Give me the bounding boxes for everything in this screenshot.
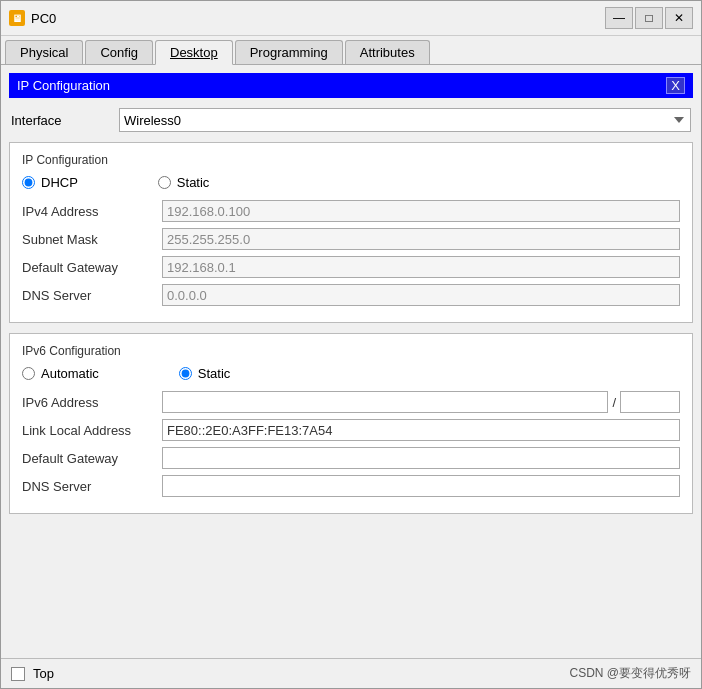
automatic-option[interactable]: Automatic bbox=[22, 366, 99, 381]
ip-config-title: IP Configuration bbox=[17, 78, 110, 93]
subnet-mask-label: Subnet Mask bbox=[22, 232, 162, 247]
subnet-mask-row: Subnet Mask bbox=[22, 228, 680, 250]
ipv4-section-title: IP Configuration bbox=[22, 153, 680, 167]
ip-config-close-button[interactable]: X bbox=[666, 77, 685, 94]
ipv4-address-label: IPv4 Address bbox=[22, 204, 162, 219]
ipv6-static-label: Static bbox=[198, 366, 231, 381]
ipv6-address-label: IPv6 Address bbox=[22, 395, 162, 410]
ipv6-prefix-input[interactable] bbox=[620, 391, 680, 413]
footer-left: Top bbox=[11, 666, 54, 681]
slash-separator: / bbox=[612, 395, 616, 410]
ipv6-static-radio[interactable] bbox=[179, 367, 192, 380]
static-radio[interactable] bbox=[158, 176, 171, 189]
close-button[interactable]: ✕ bbox=[665, 7, 693, 29]
automatic-radio[interactable] bbox=[22, 367, 35, 380]
maximize-button[interactable]: □ bbox=[635, 7, 663, 29]
ipv6-section: IPv6 Configuration Automatic Static IPv6… bbox=[9, 333, 693, 514]
ipv6-dns-input[interactable] bbox=[162, 475, 680, 497]
ipv4-address-row: IPv4 Address bbox=[22, 200, 680, 222]
window-title: PC0 bbox=[31, 11, 605, 26]
tab-bar: Physical Config Desktop Programming Attr… bbox=[1, 36, 701, 65]
tab-physical[interactable]: Physical bbox=[5, 40, 83, 64]
minimize-button[interactable]: — bbox=[605, 7, 633, 29]
tab-attributes[interactable]: Attributes bbox=[345, 40, 430, 64]
main-window: 🖥 PC0 — □ ✕ Physical Config Desktop Prog… bbox=[0, 0, 702, 689]
ipv6-radio-row: Automatic Static bbox=[22, 366, 680, 381]
window-controls: — □ ✕ bbox=[605, 7, 693, 29]
tab-config[interactable]: Config bbox=[85, 40, 153, 64]
ipv6-address-input[interactable] bbox=[162, 391, 608, 413]
ipv4-gateway-label: Default Gateway bbox=[22, 260, 162, 275]
subnet-mask-input[interactable] bbox=[162, 228, 680, 250]
static-label: Static bbox=[177, 175, 210, 190]
title-bar: 🖥 PC0 — □ ✕ bbox=[1, 1, 701, 36]
dhcp-label: DHCP bbox=[41, 175, 78, 190]
ipv4-dns-input[interactable] bbox=[162, 284, 680, 306]
footer: Top CSDN @要变得优秀呀 bbox=[1, 658, 701, 688]
watermark: CSDN @要变得优秀呀 bbox=[569, 665, 691, 682]
top-checkbox[interactable] bbox=[11, 667, 25, 681]
ipv6-gateway-input[interactable] bbox=[162, 447, 680, 469]
dhcp-option[interactable]: DHCP bbox=[22, 175, 78, 190]
tab-programming[interactable]: Programming bbox=[235, 40, 343, 64]
link-local-label: Link Local Address bbox=[22, 423, 162, 438]
ipv4-gateway-row: Default Gateway bbox=[22, 256, 680, 278]
ipv6-dns-label: DNS Server bbox=[22, 479, 162, 494]
ipv6-gateway-label: Default Gateway bbox=[22, 451, 162, 466]
ipv6-static-option[interactable]: Static bbox=[179, 366, 231, 381]
link-local-input[interactable] bbox=[162, 419, 680, 441]
interface-label: Interface bbox=[11, 113, 111, 128]
ipv6-gateway-row: Default Gateway bbox=[22, 447, 680, 469]
window-icon: 🖥 bbox=[9, 10, 25, 26]
ipv4-dns-row: DNS Server bbox=[22, 284, 680, 306]
automatic-label: Automatic bbox=[41, 366, 99, 381]
ipv6-address-row: IPv6 Address / bbox=[22, 391, 680, 413]
ipv4-dns-label: DNS Server bbox=[22, 288, 162, 303]
ipv4-address-input[interactable] bbox=[162, 200, 680, 222]
dhcp-radio[interactable] bbox=[22, 176, 35, 189]
ipv6-section-title: IPv6 Configuration bbox=[22, 344, 680, 358]
ipv6-dns-row: DNS Server bbox=[22, 475, 680, 497]
ipv4-gateway-input[interactable] bbox=[162, 256, 680, 278]
content-area: IP Configuration X Interface Wireless0 F… bbox=[1, 65, 701, 658]
tab-desktop[interactable]: Desktop bbox=[155, 40, 233, 65]
ipv6-address-group: / bbox=[162, 391, 680, 413]
ipv4-radio-row: DHCP Static bbox=[22, 175, 680, 190]
ipv4-section: IP Configuration DHCP Static IPv4 Addres… bbox=[9, 142, 693, 323]
static-option[interactable]: Static bbox=[158, 175, 210, 190]
link-local-row: Link Local Address bbox=[22, 419, 680, 441]
interface-row: Interface Wireless0 FastEthernet0 bbox=[9, 104, 693, 136]
ip-config-header: IP Configuration X bbox=[9, 73, 693, 98]
interface-select[interactable]: Wireless0 FastEthernet0 bbox=[119, 108, 691, 132]
top-label: Top bbox=[33, 666, 54, 681]
